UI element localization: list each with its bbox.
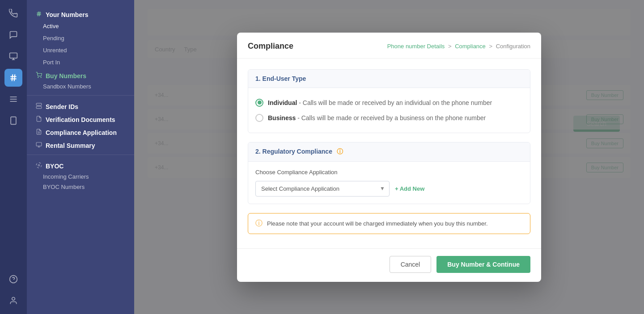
byoc-icon [36,162,42,170]
compliance-modal: Compliance Phone number Details > Compli… [237,33,541,282]
phone2-icon[interactable] [4,112,22,130]
menu-icon[interactable] [4,90,22,108]
svg-rect-0 [10,53,17,59]
sidebar-sender-ids[interactable]: Sender IDs [27,99,134,112]
sidebar-item-port-in[interactable]: Port In [27,56,134,68]
rental-icon [36,142,42,149]
icon-bar [0,0,27,314]
sidebar: Your Numbers Active Pending Unrented Por… [27,0,134,314]
sidebar-item-pending[interactable]: Pending [27,32,134,44]
section2-header: 2. Regulatory Compliance ⓘ [248,142,530,162]
sidebar-buy-numbers[interactable]: Buy Numbers [27,68,134,81]
buy-number-continue-button[interactable]: Buy Number & Continue [436,256,530,273]
svg-line-18 [39,12,40,17]
modal-title: Compliance [248,42,293,51]
select-wrapper: Select Compliance Application ▼ [255,181,390,197]
svg-point-30 [38,164,40,166]
doc-icon [36,116,42,123]
sidebar-sandbox-numbers[interactable]: Sandbox Numbers [27,81,134,92]
modal-footer: Cancel Buy Number & Continue [237,248,541,282]
compliance-choose-label: Choose Compliance Application [255,169,523,176]
main-content: Country Type Search +34... Co... 0 Buy N… [134,0,644,314]
sidebar-divider-2 [27,155,134,155]
compliance-select-wrapper: Select Compliance Application ▼ [255,181,390,197]
svg-rect-10 [11,117,16,125]
breadcrumb-step2: Compliance [455,43,486,50]
compliance-application-select[interactable]: Select Compliance Application [255,181,390,197]
sidebar-verification-docs[interactable]: Verification Documents [27,112,134,125]
svg-line-6 [14,75,15,81]
add-new-link[interactable]: + Add New [395,185,424,192]
breadcrumb-sep2: > [489,43,492,50]
sidebar-your-numbers[interactable]: Your Numbers [27,7,134,20]
radio-business-circle[interactable] [255,114,263,122]
modal-header: Compliance Phone number Details > Compli… [237,33,541,59]
sidebar-byoc-numbers[interactable]: BYOC Numbers [27,182,134,192]
section1-header: 1. End-User Type [248,70,530,88]
warning-box: ⓘ Please note that your account will be … [248,213,530,234]
svg-point-20 [41,77,41,78]
modal-breadcrumb: Phone number Details > Compliance > Conf… [387,43,530,50]
help-icon[interactable] [4,270,22,288]
svg-point-19 [38,77,38,78]
svg-line-17 [38,12,38,17]
compliance-row: Select Compliance Application ▼ + Add Ne… [255,181,523,197]
radio-business-label: Business - Calls will be made or receive… [268,114,486,121]
radio-individual-circle[interactable] [255,99,263,107]
phone-icon[interactable] [4,4,22,22]
cart-icon [36,72,42,80]
breadcrumb-sep1: > [448,43,452,50]
warning-icon: ⓘ [255,219,263,228]
breadcrumb-step1: Phone number Details [387,43,445,50]
svg-point-14 [12,297,15,301]
section-end-user-type: 1. End-User Type Individual - Calls will… [248,69,530,133]
svg-rect-22 [36,106,42,109]
radio-business[interactable]: Business - Calls will be made or receive… [255,110,523,126]
user-icon[interactable] [4,292,22,310]
svg-rect-21 [36,103,42,105]
sidebar-rental-summary[interactable]: Rental Summary [27,138,134,151]
sidebar-byoc[interactable]: BYOC [27,159,134,172]
section2-body: Choose Compliance Application Select Com… [248,162,530,204]
sidebar-divider-1 [27,95,134,96]
chat-icon[interactable] [4,26,22,44]
sidebar-compliance-app[interactable]: Compliance Application [27,125,134,138]
radio-individual-label: Individual - Calls will be made or recei… [268,99,492,106]
svg-rect-27 [36,142,42,146]
cancel-button[interactable]: Cancel [390,256,432,273]
compliance-icon [36,129,42,136]
sidebar-incoming-carriers[interactable]: Incoming Carriers [27,172,134,182]
sidebar-item-active[interactable]: Active [27,20,134,32]
sender-icon [36,103,42,110]
modal-body: 1. End-User Type Individual - Calls will… [237,59,541,245]
breadcrumb-step3: Configuration [496,43,530,50]
hash-grid-icon [36,11,42,18]
info-icon: ⓘ [337,148,343,155]
screen-icon[interactable] [4,47,22,65]
warning-text: Please note that your account will be ch… [267,220,488,227]
modal-overlay: Compliance Phone number Details > Compli… [134,0,644,314]
radio-individual[interactable]: Individual - Calls will be made or recei… [255,95,523,110]
section-regulatory-compliance: 2. Regulatory Compliance ⓘ Choose Compli… [248,142,530,204]
section1-body: Individual - Calls will be made or recei… [248,88,530,133]
hash-icon[interactable] [4,69,22,87]
svg-line-5 [12,75,13,81]
sidebar-item-unrented[interactable]: Unrented [27,44,134,56]
